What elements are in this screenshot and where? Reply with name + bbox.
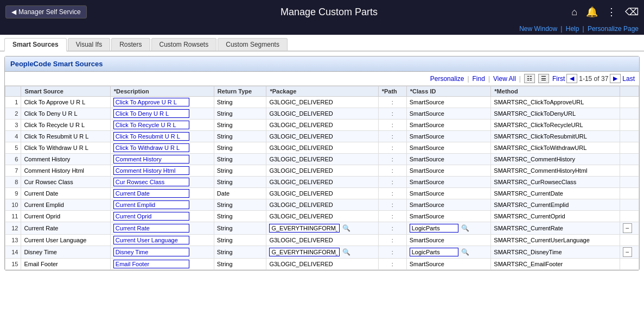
method-cell: SMARTSRC_CurrentRate — [491, 222, 620, 235]
tab-rosters[interactable]: Rosters — [111, 38, 150, 51]
return-type-cell: String — [214, 165, 266, 177]
description-input[interactable] — [113, 260, 189, 268]
personalize-page-link[interactable]: Personalize Page — [588, 25, 639, 33]
help-link[interactable]: Help — [566, 25, 579, 33]
return-type-cell: String — [214, 177, 266, 188]
description-input[interactable] — [113, 121, 189, 129]
description-input[interactable] — [113, 248, 189, 256]
new-window-link[interactable]: New Window — [519, 25, 557, 33]
smart-sources-table: Smart Source *Description Return Type *P… — [5, 86, 639, 270]
description-input[interactable] — [113, 132, 189, 141]
package-cell: G3LOGIC_DELIVERED — [266, 131, 378, 142]
description-input[interactable] — [113, 98, 189, 106]
class-id-input[interactable] — [410, 224, 458, 233]
table-row: 4Click To Resubmit U R L StringG3LOGIC_D… — [5, 131, 639, 142]
row-num: 6 — [5, 154, 21, 165]
package-search-btn[interactable]: 🔍 — [341, 224, 352, 232]
method-cell: SMARTSRC_ClickToWithdrawURL — [491, 142, 620, 154]
package-input[interactable] — [269, 248, 340, 256]
action-cell — [620, 259, 639, 270]
description-input[interactable] — [113, 143, 189, 152]
path-cell: : — [378, 177, 406, 188]
package-cell: G3LOGIC_DELIVERED — [266, 120, 378, 131]
smart-source-name: Current Oprid — [21, 211, 110, 222]
package-search-btn[interactable]: 🔍 — [341, 248, 352, 256]
action-cell — [620, 165, 639, 177]
app-header: ◀ Manager Self Service Manage Custom Par… — [0, 0, 644, 24]
section-title: PeopleCode Smart Sources — [5, 56, 639, 72]
tab-smart-sources[interactable]: Smart Sources — [4, 38, 67, 52]
sub-header: New Window | Help | Personalize Page — [0, 24, 644, 35]
method-cell: SMARTSRC_EmailFooter — [491, 259, 620, 270]
table-row: 7Comment History Html StringG3LOGIC_DELI… — [5, 165, 639, 177]
class-search-btn[interactable]: 🔍 — [460, 248, 470, 256]
table-row: 14Disney Time String 🔍 : 🔍 SMARTSRC_Disn… — [5, 246, 639, 259]
method-cell: SMARTSRC_DisneyTime — [491, 246, 620, 259]
col-description: *Description — [110, 86, 214, 97]
first-link[interactable]: First — [552, 75, 565, 83]
back-button[interactable]: ◀ Manager Self Service — [5, 5, 87, 18]
class-id-input[interactable] — [410, 248, 458, 256]
last-link[interactable]: Last — [622, 75, 635, 83]
return-type-cell: String — [214, 211, 266, 222]
description-cell — [110, 131, 214, 142]
col-method: *Method — [491, 86, 620, 97]
col-return-type: Return Type — [214, 86, 266, 97]
path-cell: : — [378, 222, 406, 235]
class-search-btn[interactable]: 🔍 — [460, 224, 470, 232]
forbidden-icon[interactable]: ⌫ — [625, 6, 639, 18]
tab-custom-rowsets[interactable]: Custom Rowsets — [151, 38, 217, 51]
package-cell: G3LOGIC_DELIVERED — [266, 211, 378, 222]
tab-visual-ifs[interactable]: Visual Ifs — [68, 38, 110, 51]
tab-custom-segments[interactable]: Custom Segments — [218, 38, 288, 51]
description-cell — [110, 259, 214, 270]
description-input[interactable] — [113, 155, 189, 164]
description-input[interactable] — [113, 200, 189, 209]
more-icon[interactable]: ⋮ — [607, 6, 616, 18]
action-cell — [620, 142, 639, 154]
main-content: PeopleCode Smart Sources Personalize | F… — [0, 52, 644, 275]
row-num: 10 — [5, 199, 21, 211]
description-cell — [110, 165, 214, 177]
grid-view-btn[interactable]: ☷ — [524, 74, 535, 83]
personalize-link[interactable]: Personalize — [430, 75, 464, 83]
row-num: 1 — [5, 97, 21, 108]
remove-row-btn[interactable]: − — [623, 223, 632, 233]
description-input[interactable] — [113, 166, 189, 175]
class-id-cell: SmartSource — [406, 97, 491, 108]
method-cell: SMARTSRC_ClickToResubmitURL — [491, 131, 620, 142]
table-view-btn[interactable]: ☰ — [538, 74, 549, 83]
row-num: 7 — [5, 165, 21, 177]
table-row: 3Click To Recycle U R L StringG3LOGIC_DE… — [5, 120, 639, 131]
home-icon[interactable]: ⌂ — [571, 7, 577, 18]
tab-bar: Smart Sources Visual Ifs Rosters Custom … — [0, 35, 644, 52]
next-page-btn[interactable]: ▶ — [610, 74, 621, 83]
class-id-cell: 🔍 — [406, 246, 491, 259]
description-input[interactable] — [113, 224, 189, 233]
package-cell: G3LOGIC_DELIVERED — [266, 154, 378, 165]
description-cell — [110, 188, 214, 199]
find-link[interactable]: Find — [473, 75, 485, 83]
remove-row-btn[interactable]: − — [623, 247, 632, 257]
description-input[interactable] — [113, 189, 189, 198]
path-cell: : — [378, 211, 406, 222]
table-toolbar: Personalize | Find | View All | ☷ ☰ Firs… — [5, 72, 639, 86]
table-row: 15Email Footer StringG3LOGIC_DELIVERED:S… — [5, 259, 639, 270]
bell-icon[interactable]: 🔔 — [586, 6, 598, 18]
view-all-link[interactable]: View All — [493, 75, 516, 83]
class-id-cell: SmartSource — [406, 142, 491, 154]
description-input[interactable] — [113, 236, 189, 244]
description-input[interactable] — [113, 178, 189, 186]
col-package: *Package — [266, 86, 378, 97]
path-cell: : — [378, 246, 406, 259]
action-cell: − — [620, 246, 639, 259]
prev-page-btn[interactable]: ◀ — [566, 74, 577, 83]
description-input[interactable] — [113, 212, 189, 221]
action-cell — [620, 235, 639, 246]
package-cell: G3LOGIC_DELIVERED — [266, 199, 378, 211]
description-input[interactable] — [113, 109, 189, 118]
package-input[interactable] — [269, 224, 340, 233]
path-cell: : — [378, 165, 406, 177]
package-cell: G3LOGIC_DELIVERED — [266, 97, 378, 108]
method-cell: SMARTSRC_ClickToRecycleURL — [491, 120, 620, 131]
